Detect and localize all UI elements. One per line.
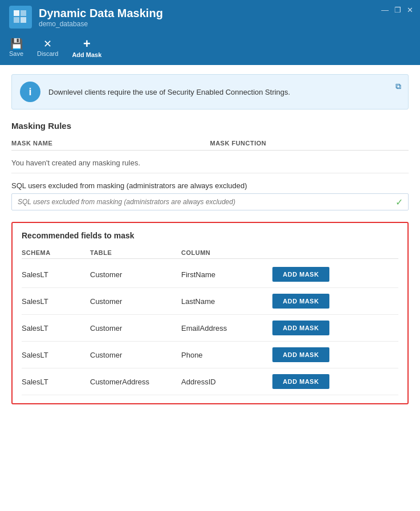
recommended-title: Recommended fields to mask	[22, 231, 398, 240]
table-row: SalesLT Customer FirstName ADD MASK	[22, 261, 398, 288]
sql-users-input[interactable]	[11, 193, 409, 210]
schema-cell: SalesLT	[22, 324, 90, 332]
mask-name-header: MASK NAME	[11, 140, 210, 147]
column-cell: AddressID	[181, 378, 272, 386]
add-mask-button[interactable]: + Add Mask	[72, 38, 101, 58]
mask-function-header: MASK FUNCTION	[210, 140, 409, 147]
title-text: Dynamic Data Masking demo_database	[39, 6, 163, 28]
save-label: Save	[9, 50, 23, 57]
save-button[interactable]: 💾 Save	[9, 39, 23, 57]
column-cell: EmailAddress	[181, 324, 272, 332]
recommended-header: SCHEMA TABLE COLUMN	[22, 247, 398, 259]
table-cell: CustomerAddress	[90, 378, 181, 386]
schema-cell: SalesLT	[22, 351, 90, 359]
masking-rules-header: MASK NAME MASK FUNCTION	[11, 136, 409, 151]
empty-message: You haven't created any masking rules.	[11, 153, 409, 173]
table-row: SalesLT Customer Phone ADD MASK	[22, 342, 398, 368]
column-header: COLUMN	[181, 249, 272, 256]
main-content: i Downlevel clients require the use of S…	[0, 65, 420, 511]
table-row: SalesLT CustomerAddress AddressID ADD MA…	[22, 368, 398, 395]
table-row: SalesLT Customer EmailAddress ADD MASK	[22, 315, 398, 342]
app-icon-svg	[13, 9, 28, 25]
close-button[interactable]: ✕	[407, 6, 413, 14]
add-mask-icon: +	[83, 38, 91, 50]
svg-rect-3	[21, 17, 26, 23]
svg-rect-2	[14, 17, 19, 23]
discard-button[interactable]: ✕ Discard	[37, 39, 58, 57]
schema-cell: SalesLT	[22, 270, 90, 279]
table-cell: Customer	[90, 324, 181, 332]
title-row: Dynamic Data Masking demo_database	[9, 6, 411, 29]
add-mask-label: Add Mask	[72, 51, 101, 58]
discard-icon: ✕	[43, 39, 52, 49]
sql-users-section: SQL users excluded from masking (adminis…	[11, 181, 409, 210]
sql-input-wrapper: ✓	[11, 193, 409, 210]
add-mask-row-button[interactable]: ADD MASK	[272, 347, 398, 362]
table-cell: Customer	[90, 297, 181, 306]
recommended-section: Recommended fields to mask SCHEMA TABLE …	[11, 222, 409, 404]
add-mask-btn-4[interactable]: ADD MASK	[272, 374, 329, 389]
add-mask-btn-2[interactable]: ADD MASK	[272, 321, 329, 335]
table-cell: Customer	[90, 351, 181, 359]
masking-rules-section: Masking Rules MASK NAME MASK FUNCTION Yo…	[11, 121, 409, 173]
schema-cell: SalesLT	[22, 297, 90, 306]
svg-rect-0	[14, 10, 19, 16]
main-window: — ❐ ✕ Dynamic Data Masking demo_database…	[0, 0, 420, 511]
app-icon	[9, 6, 32, 29]
info-banner: i Downlevel clients require the use of S…	[11, 74, 409, 110]
recommended-rows: SalesLT Customer FirstName ADD MASK Sale…	[22, 261, 398, 395]
action-header	[272, 249, 398, 256]
masking-rules-title: Masking Rules	[11, 121, 409, 131]
add-mask-btn-1[interactable]: ADD MASK	[272, 294, 329, 309]
titlebar: — ❐ ✕ Dynamic Data Masking demo_database	[0, 0, 420, 34]
discard-label: Discard	[37, 50, 58, 57]
add-mask-btn-0[interactable]: ADD MASK	[272, 267, 329, 282]
table-header: TABLE	[90, 249, 181, 256]
add-mask-row-button[interactable]: ADD MASK	[272, 294, 398, 309]
schema-header: SCHEMA	[22, 249, 90, 256]
schema-cell: SalesLT	[22, 378, 90, 386]
checkmark-icon: ✓	[395, 197, 403, 208]
app-subtitle: demo_database	[39, 20, 163, 28]
maximize-button[interactable]: ❐	[394, 6, 401, 14]
save-icon: 💾	[10, 39, 23, 49]
info-icon: i	[20, 82, 40, 102]
sql-users-label: SQL users excluded from masking (adminis…	[11, 181, 409, 190]
column-cell: Phone	[181, 351, 272, 359]
add-mask-row-button[interactable]: ADD MASK	[272, 374, 398, 389]
minimize-button[interactable]: —	[381, 6, 389, 14]
table-row: SalesLT Customer LastName ADD MASK	[22, 288, 398, 315]
svg-rect-1	[21, 10, 26, 16]
column-cell: FirstName	[181, 270, 272, 279]
info-text: Downlevel clients require the use of Sec…	[48, 88, 400, 96]
toolbar: 💾 Save ✕ Discard + Add Mask	[0, 34, 420, 65]
table-cell: Customer	[90, 270, 181, 279]
add-mask-btn-3[interactable]: ADD MASK	[272, 347, 329, 362]
window-controls[interactable]: — ❐ ✕	[381, 6, 413, 14]
column-cell: LastName	[181, 297, 272, 306]
add-mask-row-button[interactable]: ADD MASK	[272, 321, 398, 335]
add-mask-row-button[interactable]: ADD MASK	[272, 267, 398, 282]
external-link-icon[interactable]: ⧉	[395, 82, 401, 91]
app-title: Dynamic Data Masking	[39, 6, 163, 20]
